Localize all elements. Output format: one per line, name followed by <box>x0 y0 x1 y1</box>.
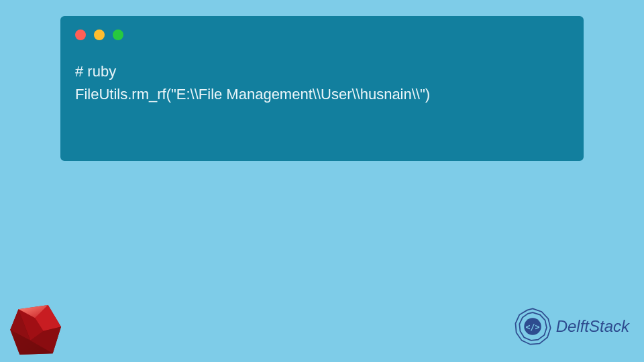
code-line-2: FileUtils.rm_rf("E:\\File Management\\Us… <box>75 86 430 103</box>
delftstack-logo: </> DelftStack <box>513 307 629 346</box>
code-line-1: # ruby <box>75 63 116 80</box>
maximize-icon <box>113 29 123 40</box>
code-content: # ruby FileUtils.rm_rf("E:\\File Managem… <box>75 60 569 106</box>
delftstack-text: DelftStack <box>556 317 629 336</box>
ruby-logo-icon <box>7 300 66 359</box>
window-controls <box>75 29 569 40</box>
delftstack-badge-icon: </> <box>513 307 552 346</box>
minimize-icon <box>94 29 105 40</box>
close-icon <box>75 29 86 40</box>
code-window: # ruby FileUtils.rm_rf("E:\\File Managem… <box>60 16 584 161</box>
svg-text:</>: </> <box>525 322 539 332</box>
